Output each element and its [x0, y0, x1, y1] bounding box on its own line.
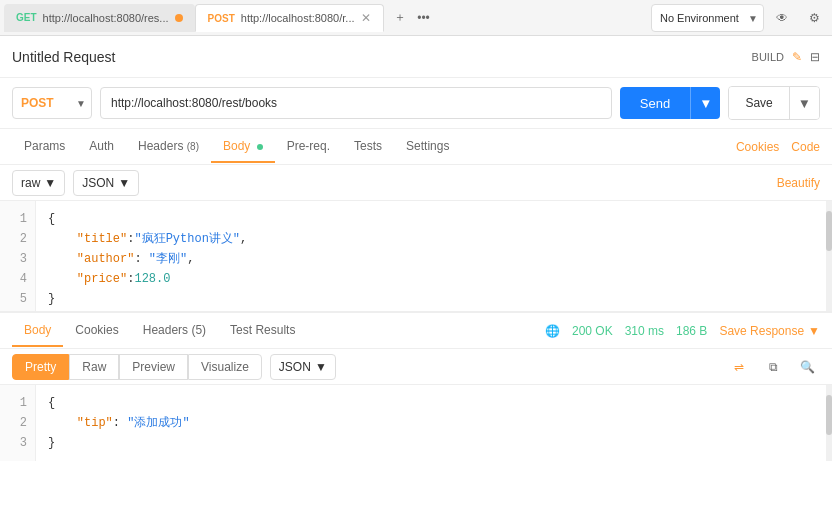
tab-bar: GET http://localhost:8080/res... POST ht…: [0, 0, 832, 36]
resp-line-2: "tip": "添加成功": [48, 413, 820, 433]
method-select[interactable]: POST: [12, 87, 92, 119]
resp-key-tip: "tip": [77, 416, 113, 430]
key-author: "author": [77, 252, 135, 266]
line-numbers: 1 2 3 4 5: [0, 201, 36, 311]
resp-tab-test-results[interactable]: Test Results: [218, 315, 307, 347]
resp-toolbar-right: ⇌ ⧉ 🔍: [726, 354, 820, 380]
headers-resp-badge: (5): [191, 323, 206, 337]
response-format-label: JSON: [279, 360, 311, 374]
minimize-icon[interactable]: ⊟: [810, 50, 820, 64]
val-title: "疯狂Python讲义": [134, 232, 240, 246]
json-label: JSON: [82, 176, 114, 190]
code-line-2: "title":"疯狂Python讲义",: [48, 229, 820, 249]
scrollbar-thumb: [826, 211, 832, 251]
scrollbar[interactable]: [826, 201, 832, 311]
resp-tab-headers[interactable]: Headers (5): [131, 315, 218, 347]
tab-post[interactable]: POST http://localhost:8080/r... ✕: [195, 4, 384, 32]
resp-val-tip: "添加成功": [127, 416, 189, 430]
json-caret: ▼: [118, 176, 130, 190]
tab-headers[interactable]: Headers (8): [126, 131, 211, 163]
val-price: 128.0: [134, 272, 170, 286]
save-dropdown-button[interactable]: ▼: [789, 87, 819, 119]
response-status: 🌐 200 OK 310 ms 186 B Save Response ▼: [545, 324, 820, 338]
url-bar: POST ▼ Send ▼ Save ▼: [0, 78, 832, 129]
response-editor: 1 2 3 { "tip": "添加成功" }: [0, 385, 832, 461]
status-code: 200 OK: [572, 324, 613, 338]
send-btn-wrapper: Send ▼: [620, 87, 721, 119]
url-input[interactable]: [100, 87, 612, 119]
globe-icon[interactable]: 🌐: [545, 324, 560, 338]
raw-label: raw: [21, 176, 40, 190]
code-link[interactable]: Code: [791, 140, 820, 154]
nav-right: Cookies Code: [736, 140, 820, 154]
key-price: "price": [77, 272, 127, 286]
raw-caret: ▼: [44, 176, 56, 190]
headers-badge: (8): [187, 141, 199, 152]
send-button[interactable]: Send: [620, 87, 690, 119]
body-dot: [257, 144, 263, 150]
pretty-tab[interactable]: Pretty: [12, 354, 69, 380]
title-actions: BUILD ✎ ⊟: [752, 50, 820, 64]
response-scrollbar-thumb: [826, 395, 832, 435]
tab-add-button[interactable]: ＋: [388, 6, 412, 30]
json-dropdown[interactable]: JSON ▼: [73, 170, 139, 196]
response-editor-content: 1 2 3 { "tip": "添加成功" }: [0, 385, 832, 461]
response-format-dropdown[interactable]: JSON ▼: [270, 354, 336, 380]
edit-icon[interactable]: ✎: [792, 50, 802, 64]
response-line-numbers: 1 2 3: [0, 385, 36, 461]
copy-icon-btn[interactable]: ⧉: [760, 354, 786, 380]
send-dropdown-button[interactable]: ▼: [690, 87, 720, 119]
request-title: Untitled Request: [12, 49, 752, 65]
tab-tests[interactable]: Tests: [342, 131, 394, 163]
response-time: 310 ms: [625, 324, 664, 338]
raw-tab[interactable]: Raw: [69, 354, 119, 380]
fmt-dropdown-wrapper: JSON ▼: [270, 354, 336, 380]
tab-prereq[interactable]: Pre-req.: [275, 131, 342, 163]
search-icon-btn[interactable]: 🔍: [794, 354, 820, 380]
beautify-button[interactable]: Beautify: [777, 176, 820, 190]
method-wrapper: POST ▼: [12, 87, 92, 119]
tab-auth[interactable]: Auth: [77, 131, 126, 163]
cookies-link[interactable]: Cookies: [736, 140, 779, 154]
request-editor: 1 2 3 4 5 { "title":"疯狂Python讲义", "autho…: [0, 201, 832, 311]
tab-unsaved-dot: [175, 14, 183, 22]
response-scrollbar[interactable]: [826, 385, 832, 461]
tab-close-icon[interactable]: ✕: [361, 11, 371, 25]
key-title: "title": [77, 232, 127, 246]
tab-settings[interactable]: Settings: [394, 131, 461, 163]
raw-dropdown[interactable]: raw ▼: [12, 170, 65, 196]
save-response-button[interactable]: Save Response ▼: [719, 324, 820, 338]
tab-get[interactable]: GET http://localhost:8080/res...: [4, 4, 195, 32]
save-response-caret: ▼: [808, 324, 820, 338]
tab-url-get: http://localhost:8080/res...: [43, 12, 169, 24]
tab-body[interactable]: Body: [211, 131, 275, 163]
wrap-icon-btn[interactable]: ⇌: [726, 354, 752, 380]
resp-line-3: }: [48, 433, 820, 453]
build-button[interactable]: BUILD: [752, 51, 784, 63]
resp-tab-cookies[interactable]: Cookies: [63, 315, 130, 347]
response-format-caret: ▼: [315, 360, 327, 374]
response-toolbar: Pretty Raw Preview Visualize JSON ▼ ⇌ ⧉ …: [0, 349, 832, 385]
code-lines[interactable]: { "title":"疯狂Python讲义", "author": "李刚", …: [36, 201, 832, 311]
env-area: No Environment ▼ 👁 ⚙: [651, 4, 828, 32]
nav-tabs: Params Auth Headers (8) Body Pre-req. Te…: [0, 129, 832, 165]
tab-params[interactable]: Params: [12, 131, 77, 163]
eye-icon-btn[interactable]: 👁: [768, 4, 796, 32]
title-bar: Untitled Request BUILD ✎ ⊟: [0, 36, 832, 78]
response-code-lines[interactable]: { "tip": "添加成功" }: [36, 385, 832, 461]
code-line-4: "price":128.0: [48, 269, 820, 289]
save-button[interactable]: Save: [729, 87, 788, 119]
visualize-tab[interactable]: Visualize: [188, 354, 262, 380]
body-toolbar: raw ▼ JSON ▼ Beautify: [0, 165, 832, 201]
tab-more-button[interactable]: •••: [412, 6, 436, 30]
code-line-1: {: [48, 209, 820, 229]
settings-icon-btn[interactable]: ⚙: [800, 4, 828, 32]
response-nav: Body Cookies Headers (5) Test Results 🌐 …: [0, 313, 832, 349]
preview-tab[interactable]: Preview: [119, 354, 188, 380]
env-select[interactable]: No Environment: [651, 4, 764, 32]
editor-content: 1 2 3 4 5 { "title":"疯狂Python讲义", "autho…: [0, 201, 832, 311]
resp-tab-body[interactable]: Body: [12, 315, 63, 347]
tab-url-post: http://localhost:8080/r...: [241, 12, 355, 24]
save-btn-wrapper: Save ▼: [728, 86, 820, 120]
response-size: 186 B: [676, 324, 707, 338]
